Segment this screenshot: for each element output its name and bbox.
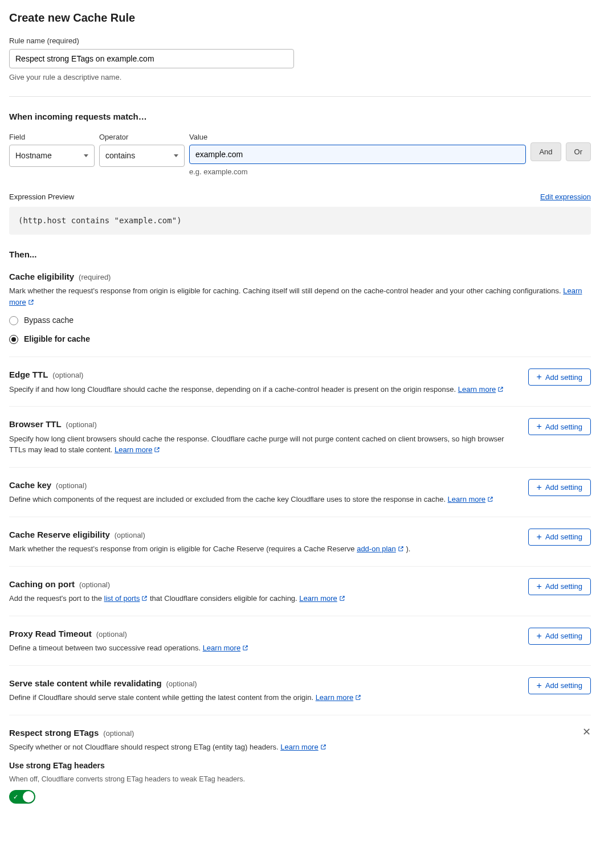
add-setting-button[interactable]: +Add setting	[528, 369, 591, 386]
field-label: Field	[9, 132, 95, 143]
value-helper: e.g. example.com	[189, 166, 526, 178]
divider	[9, 406, 591, 407]
caching-port-desc: Add the request's port to the list of po…	[9, 593, 519, 604]
divider	[9, 715, 591, 715]
expression-preview-label: Expression Preview	[9, 191, 74, 203]
expression-code: (http.host contains "example.com")	[9, 207, 591, 235]
caching-port-title: Caching on port	[9, 579, 75, 589]
plus-icon: +	[537, 582, 542, 591]
cache-reserve-desc: Mark whether the request's response from…	[9, 543, 519, 555]
respect-etags-desc: Specify whether or not Cloudflare should…	[9, 742, 573, 753]
cache-reserve-tag: (optional)	[115, 531, 145, 539]
divider	[9, 517, 591, 517]
learn-more-link[interactable]: Learn more	[448, 495, 493, 503]
chevron-down-icon	[84, 154, 88, 157]
add-setting-button[interactable]: +Add setting	[528, 677, 591, 694]
serve-stale-title: Serve stale content while revalidating	[9, 678, 162, 688]
external-link-icon	[154, 447, 160, 453]
operator-select[interactable]: contains	[99, 145, 185, 167]
respect-etags-title: Respect strong ETags	[9, 728, 99, 738]
check-icon: ✓	[13, 792, 18, 802]
edge-ttl-desc: Specify if and how long Cloudflare shoul…	[9, 384, 519, 395]
value-input[interactable]	[189, 145, 526, 164]
divider	[9, 357, 591, 357]
field-select-value: Hostname	[15, 150, 52, 162]
add-setting-button[interactable]: +Add setting	[528, 418, 591, 435]
learn-more-link[interactable]: Learn more	[280, 743, 326, 751]
operator-label: Operator	[99, 132, 185, 143]
divider	[9, 467, 591, 468]
plus-icon: +	[537, 483, 542, 492]
cache-key-desc: Define which components of the request a…	[9, 494, 519, 505]
proxy-timeout-title: Proxy Read Timeout	[9, 629, 92, 638]
add-setting-button[interactable]: +Add setting	[528, 578, 591, 595]
operator-select-value: contains	[105, 150, 135, 162]
cache-reserve-title: Cache Reserve eligibility	[9, 530, 110, 539]
divider	[9, 566, 591, 567]
external-link-icon	[242, 645, 248, 651]
rule-name-label: Rule name (required)	[9, 35, 294, 47]
external-link-icon	[487, 496, 493, 502]
rule-name-input[interactable]	[9, 49, 294, 68]
browser-ttl-desc: Specify how long client browsers should …	[9, 433, 519, 456]
radio-icon	[9, 316, 18, 325]
radio-icon	[9, 335, 18, 344]
etag-toggle-label: Use strong ETag headers	[9, 760, 591, 772]
eligible-cache-label: Eligible for cache	[24, 333, 90, 345]
external-link-icon	[497, 386, 504, 392]
external-link-icon	[398, 546, 404, 552]
add-setting-button[interactable]: +Add setting	[528, 529, 591, 546]
plus-icon: +	[537, 632, 542, 641]
caching-port-tag: (optional)	[79, 580, 110, 589]
addon-plan-link[interactable]: add-on plan	[357, 544, 404, 553]
list-of-ports-link[interactable]: list of ports	[104, 594, 148, 603]
edge-ttl-title: Edge TTL	[9, 370, 48, 379]
cache-key-tag: (optional)	[56, 481, 87, 490]
add-setting-button[interactable]: +Add setting	[528, 628, 591, 645]
etag-toggle-desc: When off, Cloudflare converts strong ETa…	[9, 774, 591, 785]
or-button[interactable]: Or	[566, 142, 591, 161]
plus-icon: +	[537, 533, 542, 542]
etag-toggle[interactable]: ✓	[9, 790, 35, 804]
bypass-cache-label: Bypass cache	[24, 314, 74, 326]
serve-stale-desc: Define if Cloudflare should serve stale …	[9, 692, 519, 703]
cache-key-title: Cache key	[9, 480, 51, 490]
external-link-icon	[339, 595, 345, 601]
serve-stale-tag: (optional)	[166, 679, 197, 688]
proxy-timeout-desc: Define a timeout between two successive …	[9, 642, 519, 654]
learn-more-link[interactable]: Learn more	[316, 693, 361, 702]
respect-etags-tag: (optional)	[103, 729, 134, 738]
rule-name-helper: Give your rule a descriptive name.	[9, 72, 591, 83]
match-heading: When incoming requests match…	[9, 110, 591, 124]
bypass-cache-radio[interactable]: Bypass cache	[9, 314, 591, 326]
field-select[interactable]: Hostname	[9, 145, 95, 167]
page-title: Create new Cache Rule	[9, 9, 591, 26]
plus-icon: +	[537, 681, 542, 690]
divider	[9, 616, 591, 616]
learn-more-link[interactable]: Learn more	[458, 385, 504, 394]
browser-ttl-title: Browser TTL	[9, 419, 62, 429]
divider	[9, 96, 591, 97]
then-heading: Then...	[9, 248, 591, 261]
toggle-knob	[23, 791, 34, 803]
edit-expression-link[interactable]: Edit expression	[540, 191, 591, 203]
add-setting-button[interactable]: +Add setting	[528, 479, 591, 496]
cache-eligibility-title: Cache eligibility	[9, 272, 74, 281]
learn-more-link[interactable]: Learn more	[299, 594, 345, 603]
external-link-icon	[355, 694, 361, 701]
external-link-icon	[28, 299, 34, 305]
plus-icon: +	[537, 422, 542, 431]
edge-ttl-tag: (optional)	[52, 371, 83, 379]
learn-more-link[interactable]: Learn more	[115, 445, 160, 454]
divider	[9, 665, 591, 666]
close-icon[interactable]: ✕	[582, 727, 591, 737]
chevron-down-icon	[174, 154, 178, 157]
eligible-cache-radio[interactable]: Eligible for cache	[9, 333, 591, 345]
cache-eligibility-desc: Mark whether the request's response from…	[9, 285, 591, 308]
and-button[interactable]: And	[530, 142, 561, 161]
external-link-icon	[320, 744, 326, 750]
plus-icon: +	[537, 372, 542, 382]
browser-ttl-tag: (optional)	[66, 420, 97, 429]
learn-more-link[interactable]: Learn more	[203, 644, 248, 652]
proxy-timeout-tag: (optional)	[96, 630, 127, 638]
